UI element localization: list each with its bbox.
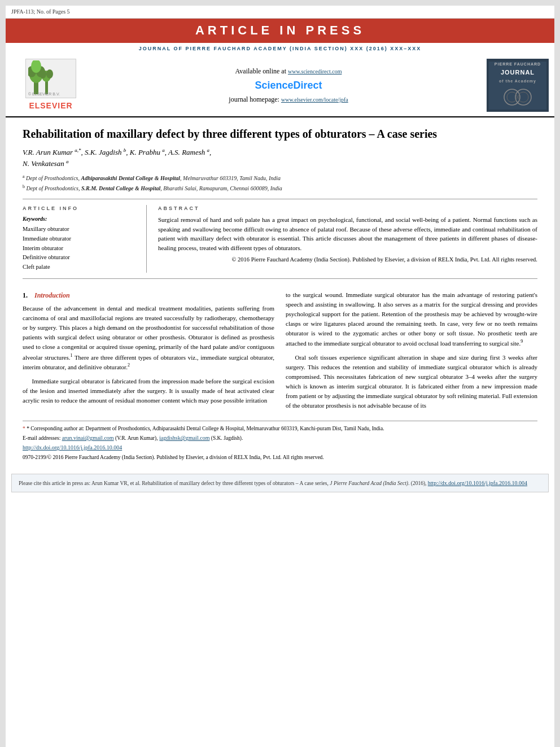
keywords-label: Keywords: [23,215,138,223]
intro-para-2: Immediate surgical obturator is fabricat… [23,377,274,405]
section-number: 1. [23,291,28,299]
intro-para-1: Because of the advancement in dental and… [23,304,274,372]
copyright-text: © 2016 Pierre Fauchard Academy (India Se… [158,256,537,264]
authors-line: V.R. Arun Kumar a,*, S.K. Jagdish b, K. … [23,147,537,169]
footnote-issn: 0970-2199/© 2016 Pierre Fauchard Academy… [23,453,537,461]
svg-point-7 [40,69,46,78]
footnotes-section: * * Corresponding author at: Department … [23,421,537,461]
sciencedirect-brand: ScienceDirect [255,78,322,93]
body-section: 1. Introduction Because of the advanceme… [23,290,537,415]
abstract-label: ABSTRACT [158,205,537,212]
right-para-1: to the surgical wound. Immediate surgica… [286,290,537,348]
abstract-col: ABSTRACT Surgical removal of hard and so… [158,205,537,273]
footnote-email: E-mail addresses: arun.vinai@gmail.com (… [23,434,537,442]
top-banner: JPFA-113; No. of Pages 5 [6,6,554,19]
available-online-text: Available online at www.sciencedirect.co… [235,67,342,76]
article-info-col: ARTICLE INFO Keywords: Maxillary obturat… [23,205,147,273]
email-link-1[interactable]: arun.vinai@gmail.com [62,435,114,441]
affil-a: a Dept of Prosthodontics, Adhiparasakthi… [23,173,537,182]
header-center: Available online at www.sciencedirect.co… [96,59,481,112]
article-in-press-bar: ARTICLE IN PRESS [6,19,554,43]
main-content: Rehabilitation of maxillary defect by th… [6,126,554,468]
keyword-1: Maxillary obturator [23,225,138,234]
journal-title-bar: JOURNAL OF PIERRE FAUCHARD ACADEMY (INDI… [6,43,554,55]
journal-url[interactable]: www.elsevier.com/locate/jpfa [281,97,348,103]
elsevier-text: ELSEVIER [29,101,72,112]
divider-2 [23,278,537,279]
body-col-right: to the surgical wound. Immediate surgica… [286,290,537,415]
article-info-label: ARTICLE INFO [23,205,138,212]
intro-heading: 1. Introduction [23,290,274,301]
keyword-2: Immediate obturator [23,235,138,243]
footnote-doi: http://dx.doi.org/10.1016/j.jpfa.2016.10… [23,443,537,452]
section-title: Introduction [34,291,70,299]
keyword-3: Interim obturator [23,244,138,253]
sciencedirect-url[interactable]: www.sciencedirect.com [288,68,342,75]
header-section: © ELSEVIER B.V. ELSEVIER Available onlin… [6,54,554,117]
keyword-5: Cleft palate [23,263,138,272]
citation-text: Please cite this article in press as: Ar… [19,480,527,486]
email-link-2[interactable]: jagdishsk@gmail.com [159,435,209,441]
journal-thumb-inner: PIERRE FAUCHARD JOURNAL of the Academy [489,62,546,110]
journal-ref: JPFA-113; No. of Pages 5 [11,8,70,16]
journal-title-text: JOURNAL OF PIERRE FAUCHARD ACADEMY (INDI… [139,46,422,51]
journal-homepage-text: journal homepage: www.elsevier.com/locat… [229,95,348,104]
affiliations: a Dept of Prosthodontics, Adhiparasakthi… [23,173,537,193]
right-para-2: Oral soft tissues experience significant… [286,353,537,410]
keyword-4: Definitive obturator [23,254,138,262]
affil-b: b Dept of Prosthodontics, S.R.M. Dental … [23,184,537,193]
body-col-left: 1. Introduction Because of the advanceme… [23,290,274,415]
article-info-abstract: ARTICLE INFO Keywords: Maxillary obturat… [23,205,537,273]
page: JPFA-113; No. of Pages 5 ARTICLE IN PRES… [6,6,554,747]
citation-box: Please cite this article in press as: Ar… [11,474,549,492]
article-in-press-text: ARTICLE IN PRESS [195,23,365,37]
elsevier-logo: © ELSEVIER B.V. ELSEVIER [11,59,90,112]
svg-point-8 [46,69,53,78]
elsevier-tree-image: © ELSEVIER B.V. [25,59,76,98]
svg-point-11 [515,89,531,105]
abstract-text: Surgical removal of hard and soft palate… [158,215,537,252]
journal-thumbnail: PIERRE FAUCHARD JOURNAL of the Academy [487,59,549,112]
article-title: Rehabilitation of maxillary defect by th… [23,126,537,141]
svg-text:© ELSEVIER B.V.: © ELSEVIER B.V. [28,92,60,96]
citation-doi-link[interactable]: http://dx.doi.org/10.1016/j.jpfa.2016.10… [428,480,527,486]
doi-link[interactable]: http://dx.doi.org/10.1016/j.jpfa.2016.10… [23,444,122,451]
divider-1 [23,199,537,199]
footnote-corresponding: * * Corresponding author at: Department … [23,425,537,433]
